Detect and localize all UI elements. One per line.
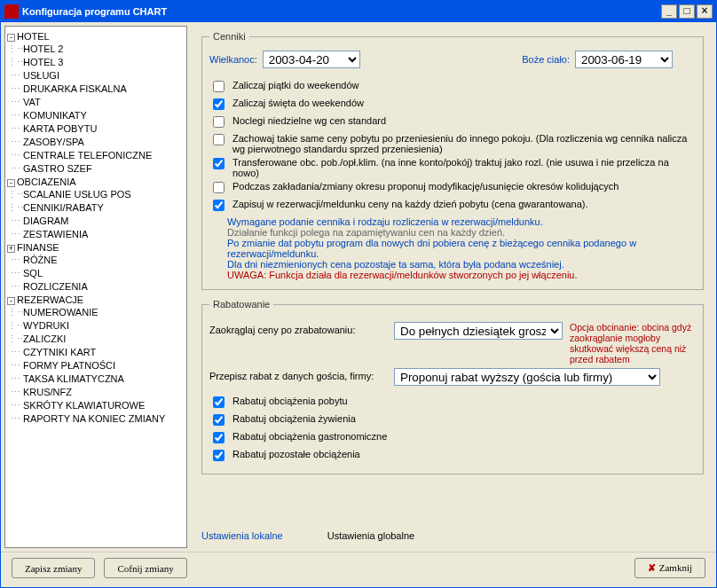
tree-obciazenia[interactable]: -OBCIAZENIA xyxy=(7,176,185,188)
cb-piatki[interactable] xyxy=(213,81,225,92)
tree-hotel[interactable]: -HOTEL xyxy=(7,30,185,43)
round-select[interactable]: Do pełnych dziesiątek groszy xyxy=(394,322,563,340)
cb-r-zywienia[interactable] xyxy=(213,414,225,426)
tree-czytniki[interactable]: ⋯CZYTNIKI KART xyxy=(7,346,185,359)
expand-icon[interactable]: + xyxy=(7,245,15,253)
note-2: Działanie funkcji polega na zapamiętywan… xyxy=(227,227,696,238)
cb-zapisuj[interactable] xyxy=(213,200,225,211)
rabat-group: Rabatowanie Zaokrąglaj ceny po zrabatowa… xyxy=(201,299,704,474)
maximize-button[interactable]: □ xyxy=(679,4,695,19)
collapse-icon[interactable]: - xyxy=(7,297,15,305)
cb-r-gastro[interactable] xyxy=(213,432,225,443)
settings-panel: Cenniki Wielkanoc: 2003-04-20 Boże ciało… xyxy=(193,26,713,548)
cb-transfer[interactable] xyxy=(213,158,225,169)
round-note: Opcja obcinanie: obcina gdyż zaokrąglani… xyxy=(570,322,696,365)
tree-centrale[interactable]: ⋯CENTRALE TELEFONICZNE xyxy=(7,149,185,162)
copy-label: Przepisz rabat z danych gościa, firmy: xyxy=(209,368,387,381)
button-bar: Zapisz zmiany Cofnij zmiany ✘Zamknij xyxy=(1,552,716,587)
tree-hotel-2[interactable]: ⋮⋯HOTEL 2 xyxy=(7,43,185,56)
rabat-legend: Rabatowanie xyxy=(209,299,273,310)
app-icon xyxy=(4,4,19,19)
tree-rozliczenia[interactable]: ⋯ROZLICZENIA xyxy=(7,280,185,294)
cenniki-group: Cenniki Wielkanoc: 2003-04-20 Boże ciało… xyxy=(201,31,704,290)
undo-button[interactable]: Cofnij zmiany xyxy=(104,558,186,578)
collapse-icon[interactable]: - xyxy=(7,34,15,42)
tree-raporty[interactable]: ⋯RAPORTY NA KONIEC ZMIANY xyxy=(7,412,185,426)
tree-formy[interactable]: ⋯FORMY PŁATNOŚCI xyxy=(7,359,185,372)
cb-noclegi[interactable] xyxy=(213,116,225,128)
tree-finanse[interactable]: +FINANSE xyxy=(7,241,185,254)
collapse-icon[interactable]: - xyxy=(7,179,15,187)
cb-r-pozostale[interactable] xyxy=(213,450,225,461)
close-dialog-button[interactable]: ✘Zamknij xyxy=(634,558,705,578)
tree-uslugi[interactable]: ⋯USŁUGI xyxy=(7,69,185,82)
note-4: Dla dni niezmienionych cena pozostaje ta… xyxy=(227,259,696,270)
label-global: Ustawienia globalne xyxy=(327,530,414,541)
cb-zachowaj[interactable] xyxy=(213,134,225,145)
tree-diagram[interactable]: ⋯DIAGRAM xyxy=(7,215,185,228)
save-button[interactable]: Zapisz zmiany xyxy=(12,558,95,578)
tree-drukarka[interactable]: ⋯DRUKARKA FISKALNA xyxy=(7,82,185,96)
bozecialo-label: Boże ciało: xyxy=(522,54,570,65)
tree-sql[interactable]: ⋯SQL xyxy=(7,267,185,280)
wielkanoc-label: Wielkanoc: xyxy=(209,54,257,65)
config-tree[interactable]: -HOTEL ⋮⋯HOTEL 2 ⋮⋯HOTEL 3 ⋯USŁUGI ⋯DRUK… xyxy=(4,26,187,548)
tree-taksa[interactable]: ⋯TAKSA KLIMATYCZNA xyxy=(7,372,185,386)
cb-podczas[interactable] xyxy=(213,182,225,193)
round-label: Zaokrąglaj ceny po zrabatowaniu: xyxy=(209,322,387,335)
copy-select[interactable]: Proponuj rabat wyższy (gościa lub firmy) xyxy=(394,368,660,386)
tree-numerowanie[interactable]: ⋮⋯NUMEROWANIE xyxy=(7,306,185,319)
bozecialo-select[interactable]: 2003-06-19 xyxy=(575,51,673,68)
window-title: Konfiguracja programu CHART xyxy=(22,6,661,17)
link-local[interactable]: Ustawienia lokalne xyxy=(201,530,283,541)
note-3: Po zmianie dat pobytu program dla nowych… xyxy=(227,238,696,259)
tree-zestawienia[interactable]: ⋯ZESTAWIENIA xyxy=(7,228,185,241)
tree-skroty[interactable]: ⋯SKRÓTY KLAWIATUROWE xyxy=(7,399,185,412)
tree-krus[interactable]: ⋯KRUS/NFZ xyxy=(7,386,185,399)
tree-vat[interactable]: ⋯VAT xyxy=(7,96,185,109)
close-icon: ✘ xyxy=(648,562,656,573)
tree-scalanie[interactable]: ⋮⋯SCALANIE USŁUG POS xyxy=(7,188,185,201)
note-warn: UWAGA: Funkcja działa dla rezerwacji/mel… xyxy=(227,270,696,280)
note-1: Wymagane podanie cennika i rodzaju rozli… xyxy=(227,216,696,227)
tree-komunikaty[interactable]: ⋯KOMUNIKATY xyxy=(7,109,185,122)
cb-r-pobytu[interactable] xyxy=(213,396,225,408)
tree-wydruki[interactable]: ⋮⋯WYDRUKI xyxy=(7,319,185,333)
tree-karta[interactable]: ⋯KARTA POBYTU xyxy=(7,122,185,136)
tree-rezerwacje[interactable]: -REZERWACJE xyxy=(7,294,185,306)
titlebar[interactable]: Konfiguracja programu CHART _ □ × xyxy=(1,1,716,22)
config-window: Konfiguracja programu CHART _ □ × -HOTEL… xyxy=(0,0,717,588)
minimize-button[interactable]: _ xyxy=(661,4,677,19)
cb-swieta[interactable] xyxy=(213,98,225,110)
wielkanoc-select[interactable]: 2003-04-20 xyxy=(263,51,360,68)
cenniki-legend: Cenniki xyxy=(209,31,249,42)
tree-hotel-3[interactable]: ⋮⋯HOTEL 3 xyxy=(7,56,185,69)
tree-cenniki-rabaty[interactable]: ⋮⋯CENNIKI/RABATY xyxy=(7,201,185,215)
tree-zasoby[interactable]: ⋯ZASOBY/SPA xyxy=(7,136,185,149)
tree-gastro[interactable]: ⋯GASTRO SZEF xyxy=(7,162,185,176)
tree-rozne[interactable]: ⋯RÓŻNE xyxy=(7,254,185,267)
close-button[interactable]: × xyxy=(697,4,713,19)
tree-zaliczki[interactable]: ⋮⋯ZALICZKI xyxy=(7,333,185,346)
